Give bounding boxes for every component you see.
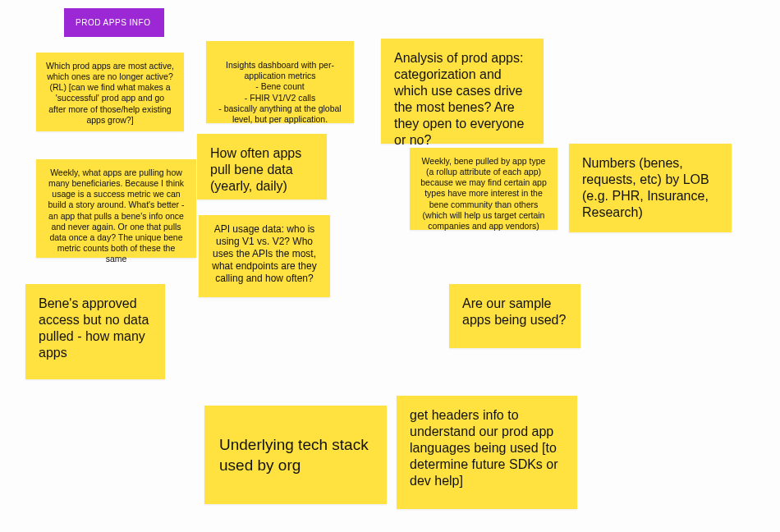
note-text: Weekly, what apps are pulling how many b… [48,167,184,264]
note-text: Which prod apps are most active, which o… [46,61,174,125]
note-text: Insights dashboard with per-application … [218,60,341,124]
sticky-note[interactable]: get headers info to understand our prod … [397,396,577,509]
sticky-note[interactable]: Are our sample apps being used? [449,284,580,348]
sticky-note[interactable]: Weekly, bene pulled by app type (a rollu… [410,148,557,230]
note-text: How often apps pull bene data (yearly, d… [210,146,301,193]
sticky-note[interactable]: Weekly, what apps are pulling how many b… [36,159,196,258]
sticky-note[interactable]: Numbers (benes, requests, etc) by LOB (e… [569,144,732,232]
sticky-note[interactable]: Which prod apps are most active, which o… [36,53,184,131]
note-text: Analysis of prod apps: categorization an… [394,51,524,147]
note-text: Are our sample apps being used? [462,296,566,327]
note-text: get headers info to understand our prod … [410,408,558,488]
note-text: Numbers (benes, requests, etc) by LOB (e… [582,156,709,219]
header-tab: PROD APPS INFO [64,8,164,37]
sticky-note[interactable]: API usage data: who is using V1 vs. V2? … [199,215,330,297]
sticky-note[interactable]: Underlying tech stack used by org [204,406,387,504]
sticky-note[interactable]: Insights dashboard with per-application … [206,41,354,123]
sticky-note[interactable]: Analysis of prod apps: categorization an… [381,39,544,144]
header-tab-label: PROD APPS INFO [76,18,150,27]
note-text: API usage data: who is using V1 vs. V2? … [212,223,316,284]
note-text: Bene's approved access but no data pulle… [39,296,149,360]
sticky-note[interactable]: Bene's approved access but no data pulle… [25,284,165,379]
note-text: Underlying tech stack used by org [219,436,369,474]
sticky-note[interactable]: How often apps pull bene data (yearly, d… [197,134,327,200]
note-text: Weekly, bene pulled by app type (a rollu… [420,156,547,231]
